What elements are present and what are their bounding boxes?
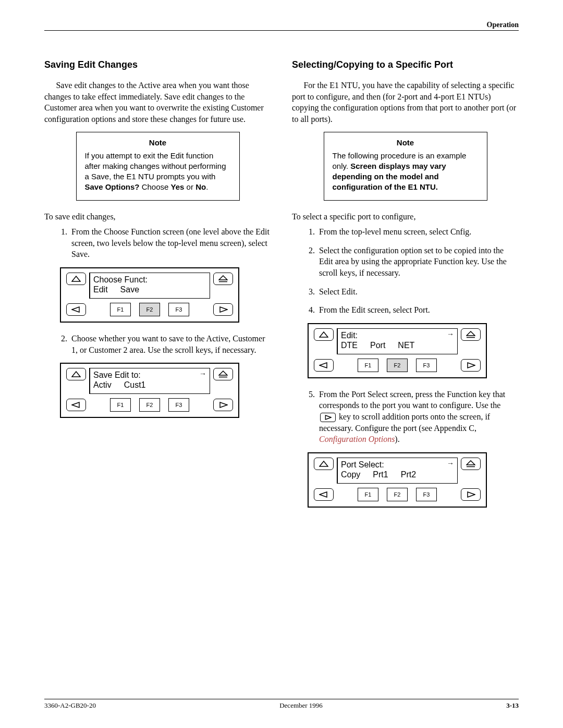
f1-key[interactable]: F1 [358,488,378,501]
right-intro: For the E1 NTU, you have the capability … [292,80,519,125]
f2-key[interactable]: F2 [139,398,160,412]
f1-key[interactable]: F1 [358,359,378,372]
footer-doc-id: 3360-A2-GB20-20 [44,701,96,710]
svg-marker-6 [219,371,227,375]
f2-key[interactable]: F2 [387,359,408,372]
svg-marker-3 [72,307,79,312]
f3-key[interactable]: F3 [416,488,437,501]
left-heading: Saving Edit Changes [44,59,271,70]
svg-marker-0 [72,276,80,281]
up-arrow-button[interactable] [314,328,334,341]
left-note: Note If you attempt to exit the Edit fun… [76,132,240,200]
down-arrow-button[interactable] [461,458,481,470]
page: Operation Saving Edit Changes Save edit … [0,0,563,728]
left-column: Saving Edit Changes Save edit changes to… [44,59,271,518]
right-steps-cont: From the Port Select screen, press the F… [292,389,519,445]
left-intro: Save edit changes to the Active area whe… [44,80,271,125]
svg-marker-13 [320,363,327,368]
up-arrow-button[interactable] [66,368,86,380]
right-step-3: Select Edit. [317,286,519,298]
left-step-2: Choose whether you want to save to the A… [69,333,271,355]
lcd-panel-choose-funct: Choose Funct: Edit Save [60,267,271,323]
continue-arrow-icon: → [447,459,454,468]
right-arrow-button[interactable] [213,399,233,411]
config-options-link[interactable]: Configuration Options [319,435,395,443]
right-heading: Selecting/Copying to a Specific Port [292,59,519,70]
svg-marker-1 [219,276,227,280]
svg-marker-5 [72,372,80,377]
lcd-screen: → Save Edit to: Activ Cust1 [89,368,210,394]
f1-key[interactable]: F1 [110,398,131,412]
left-lead: To save edit changes, [44,211,271,223]
right-column: Selecting/Copying to a Specific Port For… [292,59,519,518]
svg-marker-19 [320,492,327,497]
content-columns: Saving Edit Changes Save edit changes to… [44,59,519,518]
continue-arrow-icon: → [199,369,206,378]
svg-marker-11 [467,331,475,336]
footer-page-number: 3-13 [506,701,519,710]
left-steps-cont: Choose whether you want to save to the A… [44,333,271,355]
up-arrow-button[interactable] [66,273,86,285]
page-footer: 3360-A2-GB20-20 December 1996 3-13 [44,699,519,710]
right-lead: To select a specific port to configure, [292,211,519,223]
down-arrow-button[interactable] [213,368,233,380]
right-arrow-inline-icon [320,413,336,422]
f3-key[interactable]: F3 [416,359,437,372]
svg-marker-17 [467,461,475,465]
svg-marker-15 [325,415,331,419]
up-arrow-button[interactable] [314,458,334,470]
right-steps: From the top-level menu screen, select C… [292,226,519,316]
note-title: Note [85,138,231,148]
right-note: Note The following procedure is an examp… [324,132,487,200]
down-arrow-button[interactable] [461,328,481,341]
left-arrow-button[interactable] [66,399,86,411]
note-body: The following procedure is an example on… [333,151,479,193]
f2-key[interactable]: F2 [139,303,160,316]
left-arrow-button[interactable] [314,488,334,501]
svg-marker-16 [320,461,328,466]
left-step-1: From the Choose Function screen (one lev… [69,226,271,260]
svg-marker-10 [320,332,328,337]
right-step-2: Select the configuration option set to b… [317,245,519,279]
left-steps: From the Choose Function screen (one lev… [44,226,271,260]
lcd-panel-port-select: → Port Select: Copy Prt1 Prt2 [308,452,519,508]
note-title: Note [333,138,479,148]
f3-key[interactable]: F3 [168,303,189,316]
svg-marker-9 [220,402,227,408]
svg-marker-8 [72,402,79,408]
f3-key[interactable]: F3 [168,398,189,412]
left-arrow-button[interactable] [66,303,86,316]
footer-date: December 1996 [96,701,506,710]
lcd-panel-save-edit: → Save Edit to: Activ Cust1 [60,363,271,418]
right-step-4: From the Edit screen, select Port. [317,304,519,316]
left-arrow-button[interactable] [314,359,334,372]
lcd-screen: Choose Funct: Edit Save [89,273,210,299]
right-step-1: From the top-level menu screen, select C… [317,226,519,238]
svg-marker-14 [468,363,475,368]
right-arrow-button[interactable] [213,303,233,316]
svg-marker-4 [220,307,227,312]
right-arrow-button[interactable] [461,359,481,372]
page-header: Operation [44,21,519,31]
down-arrow-button[interactable] [213,273,233,285]
right-arrow-button[interactable] [461,488,481,501]
note-body: If you attempt to exit the Edit function… [85,151,231,193]
continue-arrow-icon: → [447,330,454,339]
svg-marker-20 [468,492,475,497]
right-step-5: From the Port Select screen, press the F… [317,389,519,445]
f2-key[interactable]: F2 [387,488,408,501]
lcd-screen: → Port Select: Copy Prt1 Prt2 [337,458,458,484]
lcd-screen: → Edit: DTE Port NET [337,328,458,354]
f1-key[interactable]: F1 [110,303,131,316]
header-section: Operation [487,21,519,29]
lcd-panel-edit: → Edit: DTE Port NET [308,323,519,378]
